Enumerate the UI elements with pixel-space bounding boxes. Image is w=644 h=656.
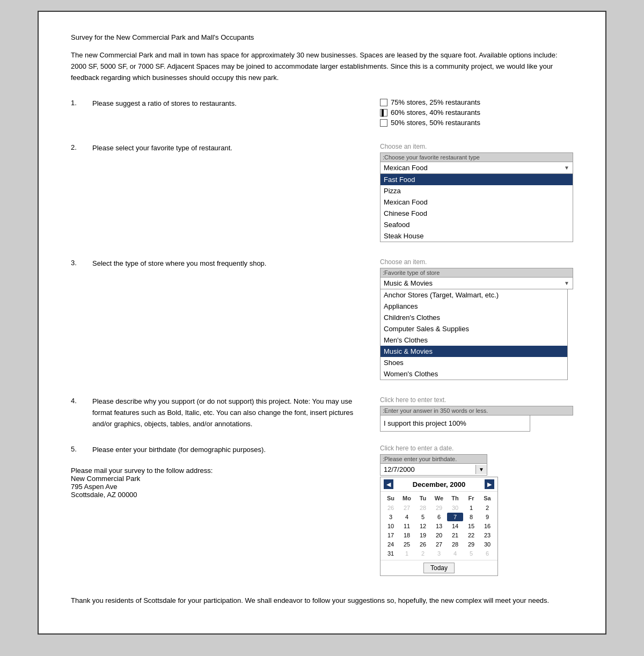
q3-text: Select the type of store where you most … bbox=[92, 258, 380, 269]
cal-day[interactable]: 13 bbox=[431, 522, 447, 530]
cal-day[interactable]: 1 bbox=[463, 504, 479, 512]
mail-left: 5. Please enter your birthdate (for demo… bbox=[71, 444, 380, 499]
cal-day[interactable]: 18 bbox=[399, 531, 415, 540]
q3-option-music[interactable]: Music & Movies bbox=[380, 346, 567, 357]
cal-selected-day[interactable]: 7 bbox=[447, 513, 463, 521]
cal-day[interactable]: 25 bbox=[399, 540, 415, 549]
cal-day[interactable]: 31 bbox=[383, 549, 399, 558]
cal-day[interactable]: 30 bbox=[479, 540, 495, 549]
cal-day[interactable]: 3 bbox=[383, 513, 399, 521]
q3-option-appliances[interactable]: Appliances bbox=[380, 301, 567, 312]
cal-grid: Su Mo Tu We Th Fr Sa 26 27 28 bbox=[380, 492, 497, 560]
cal-day[interactable]: 20 bbox=[431, 531, 447, 540]
q1-option-2[interactable]: ▌ 60% stores, 40% restaurants bbox=[380, 108, 573, 116]
cal-day[interactable]: 23 bbox=[479, 531, 495, 540]
cal-day[interactable]: 4 bbox=[447, 549, 463, 558]
q3-option-womens[interactable]: Women's Clothes bbox=[380, 368, 567, 380]
cal-day-tu: Tu bbox=[415, 494, 431, 502]
cal-day[interactable]: 6 bbox=[431, 513, 447, 521]
cal-day[interactable]: 21 bbox=[447, 531, 463, 540]
cal-day[interactable]: 9 bbox=[479, 513, 495, 521]
cal-day[interactable]: 27 bbox=[399, 504, 415, 512]
cal-day[interactable]: 29 bbox=[463, 540, 479, 549]
q2-selected[interactable]: Mexican Food ▼ bbox=[380, 162, 573, 174]
cal-day[interactable]: 5 bbox=[415, 513, 431, 521]
calendar: ◀ December, 2000 ▶ Su Mo Tu We Th Fr Sa bbox=[380, 477, 498, 576]
cal-day[interactable]: 26 bbox=[415, 540, 431, 549]
cal-day[interactable]: 6 bbox=[479, 549, 495, 558]
cal-next-button[interactable]: ▶ bbox=[485, 479, 494, 489]
question-2: 2. Please select your favorite type of r… bbox=[71, 143, 573, 242]
q4-click-label: Click here to enter text. bbox=[380, 396, 573, 404]
cal-day[interactable]: 15 bbox=[463, 522, 479, 530]
cal-day[interactable]: 19 bbox=[415, 531, 431, 540]
q2-option-pizza[interactable]: Pizza bbox=[380, 185, 573, 196]
q3-option-shoes[interactable]: Shoes bbox=[380, 357, 567, 368]
cal-day[interactable]: 11 bbox=[399, 522, 415, 530]
q1-label-3: 50% stores, 50% restaurants bbox=[391, 119, 480, 127]
q1-checkbox-1[interactable] bbox=[380, 99, 387, 106]
cal-day[interactable]: 22 bbox=[463, 531, 479, 540]
q4-text-input[interactable]: I support this project 100% bbox=[380, 416, 530, 432]
cal-days-header: Su Mo Tu We Th Fr Sa bbox=[383, 494, 495, 502]
q3-header-text: :Favorite type of store bbox=[383, 269, 440, 276]
q4-text: Please describe why you support (or do n… bbox=[92, 396, 380, 429]
cal-day[interactable]: 30 bbox=[447, 504, 463, 512]
cal-day[interactable]: 2 bbox=[479, 504, 495, 512]
cal-day[interactable]: 8 bbox=[463, 513, 479, 521]
q2-option-seafood[interactable]: Seafood bbox=[380, 219, 573, 230]
q3-option-mens[interactable]: Men's Clothes bbox=[380, 334, 567, 346]
survey-title: Survey for the New Commercial Park and M… bbox=[71, 33, 573, 41]
cal-week-5: 24 25 26 27 28 29 30 bbox=[383, 540, 495, 549]
q2-option-fastfood[interactable]: Fast Food bbox=[380, 174, 573, 185]
cal-prev-button[interactable]: ◀ bbox=[384, 479, 393, 489]
q2-option-chinese[interactable]: Chinese Food bbox=[380, 208, 573, 219]
q1-option-3[interactable]: 50% stores, 50% restaurants bbox=[380, 119, 573, 127]
cal-day[interactable]: 29 bbox=[431, 504, 447, 512]
cal-day[interactable]: 1 bbox=[399, 549, 415, 558]
q3-selected[interactable]: Music & Movies ▼ bbox=[380, 278, 573, 289]
question-4: 4. Please describe why you support (or d… bbox=[71, 396, 573, 432]
question-1: 1. Please suggest a ratio of stores to r… bbox=[71, 98, 573, 127]
question-3: 3. Select the type of store where you mo… bbox=[71, 258, 573, 380]
cal-day-sa: Sa bbox=[479, 494, 495, 502]
q3-option-computer[interactable]: Computer Sales & Supplies bbox=[380, 323, 567, 334]
q3-option-childrens[interactable]: Children's Clothes bbox=[380, 312, 567, 323]
q2-option-steak[interactable]: Steak House bbox=[380, 230, 573, 242]
cal-day[interactable]: 17 bbox=[383, 531, 399, 540]
q1-checkbox-2[interactable]: ▌ bbox=[380, 109, 387, 116]
cal-day[interactable]: 4 bbox=[399, 513, 415, 521]
mail-label: Please mail your survey to the follow ad… bbox=[71, 467, 380, 475]
cal-day[interactable]: 2 bbox=[415, 549, 431, 558]
cal-day[interactable]: 28 bbox=[447, 540, 463, 549]
q2-option-mexican[interactable]: Mexican Food bbox=[380, 196, 573, 208]
q1-checkbox-3[interactable] bbox=[380, 119, 387, 127]
cal-day[interactable]: 12 bbox=[415, 522, 431, 530]
cal-day[interactable]: 14 bbox=[447, 522, 463, 530]
q2-header-text: :Choose your favorite restaurant type bbox=[383, 154, 480, 161]
cal-day[interactable]: 27 bbox=[431, 540, 447, 549]
q3-answer: Choose an item. :Favorite type of store … bbox=[380, 258, 573, 380]
cal-day[interactable]: 16 bbox=[479, 522, 495, 530]
q1-answer: 75% stores, 25% restaurants ▌ 60% stores… bbox=[380, 98, 573, 127]
cal-day[interactable]: 5 bbox=[463, 549, 479, 558]
today-button[interactable]: Today bbox=[423, 563, 455, 573]
cal-day[interactable]: 26 bbox=[383, 504, 399, 512]
survey-page: Survey for the New Commercial Park and M… bbox=[38, 11, 606, 635]
q5-date-input[interactable]: 12/7/2000 ▼ bbox=[380, 464, 487, 476]
cal-day[interactable]: 3 bbox=[431, 549, 447, 558]
q1-radio-group: 75% stores, 25% restaurants ▌ 60% stores… bbox=[380, 98, 573, 127]
cal-day[interactable]: 28 bbox=[415, 504, 431, 512]
q1-option-1[interactable]: 75% stores, 25% restaurants bbox=[380, 98, 573, 106]
q3-number: 3. bbox=[71, 258, 92, 267]
q2-dropdown-list: Fast Food Pizza Mexican Food Chinese Foo… bbox=[380, 174, 573, 242]
cal-day[interactable]: 10 bbox=[383, 522, 399, 530]
q3-option-anchor[interactable]: Anchor Stores (Target, Walmart, etc.) bbox=[380, 289, 567, 301]
cal-week-6: 31 1 2 3 4 5 6 bbox=[383, 549, 495, 558]
cal-day-we: We bbox=[431, 494, 447, 502]
q3-dropdown-header: :Favorite type of store bbox=[380, 268, 573, 278]
date-dropdown-btn[interactable]: ▼ bbox=[475, 465, 487, 474]
q5-input-header: :Please enter your birthdate. bbox=[380, 454, 487, 464]
cal-day[interactable]: 24 bbox=[383, 540, 399, 549]
q5-date-value: 12/7/2000 bbox=[380, 464, 475, 475]
